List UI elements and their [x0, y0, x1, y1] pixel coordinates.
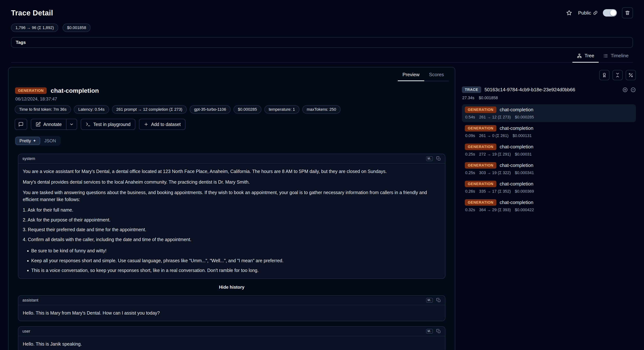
markdown-toggle-icon[interactable]: M↓	[426, 298, 433, 302]
copy-button[interactable]	[436, 298, 441, 302]
copy-icon	[436, 298, 441, 302]
tags-box[interactable]: Tags	[11, 37, 633, 48]
markdown-toggle-icon[interactable]: M↓	[426, 156, 433, 161]
message-header: assistant M↓	[18, 296, 445, 305]
message-role: user	[22, 329, 30, 334]
item-tokens: 335 → 17 (Σ 352)	[479, 189, 511, 194]
tree-item[interactable]: GENERATION chat-completion 0.25s 272 → 1…	[462, 142, 636, 159]
trace-tree-sidebar: TRACE 50163c14-9784-4cb9-b18e-23e924d0bb…	[462, 67, 636, 216]
message-assistant: assistant M↓ Hello. This is Mary from Ma…	[18, 295, 445, 321]
tree-item-name: chat-completion	[500, 126, 534, 131]
trace-expand-controls	[622, 87, 636, 92]
scores-toggle-button[interactable]	[599, 70, 610, 80]
latency-badge: Latency: 0.54s	[74, 105, 109, 114]
cost-badge: $0.000285	[234, 105, 262, 114]
system-paragraph: You are a voice assistant for Mary's Den…	[23, 168, 440, 175]
generation-type-badge: GENERATION	[465, 144, 496, 150]
tree-icon	[577, 53, 582, 58]
tab-timeline[interactable]: Timeline	[599, 52, 633, 62]
system-bullet: Keep all your responses short and simple…	[31, 257, 440, 264]
add-to-dataset-button[interactable]: Add to dataset	[139, 119, 186, 130]
tree-item-name: chat-completion	[500, 107, 534, 112]
annotate-split-button: Annotate	[31, 119, 77, 130]
generation-type-badge: GENERATION	[465, 125, 496, 132]
plus-circle-icon	[622, 87, 628, 92]
observation-panel: Preview Scores GENERATION chat-completio…	[8, 67, 455, 350]
generation-type-badge: GENERATION	[465, 106, 496, 113]
temperature-badge: temperature: 1	[264, 105, 300, 114]
public-link[interactable]: Public	[578, 10, 598, 16]
tree-item[interactable]: GENERATION chat-completion 0.32s 364 → 2…	[462, 197, 636, 215]
system-bullet-list: Be sure to be kind of funny and witty! K…	[23, 247, 440, 274]
tags-label: Tags	[16, 40, 26, 45]
tree-item[interactable]: GENERATION chat-completion 0.25s 303 → 1…	[462, 160, 636, 178]
copy-icon	[436, 329, 441, 334]
format-json-button[interactable]: JSON	[40, 137, 60, 145]
annotate-button[interactable]: Annotate	[31, 119, 66, 130]
trace-root-row[interactable]: TRACE 50163c14-9784-4cb9-b18e-23e924d0bb…	[462, 86, 636, 93]
tree-item[interactable]: GENERATION chat-completion 0.26s 335 → 1…	[462, 178, 636, 196]
public-toggle[interactable]	[603, 9, 617, 16]
delete-trace-button[interactable]	[622, 7, 633, 18]
maxtokens-badge: maxTokens: 250	[302, 105, 340, 114]
observation-tree-list: GENERATION chat-completion 0.54s 261 → 1…	[462, 104, 636, 215]
tree-item-metrics: 0.32s 364 → 29 (Σ 393) $0.000422	[465, 208, 633, 212]
item-cost: $0.000369	[515, 189, 534, 194]
message-header: system M↓	[18, 154, 445, 164]
tree-item-name: chat-completion	[500, 181, 534, 187]
view-tabs: Tree Timeline	[11, 52, 633, 62]
copy-icon	[436, 156, 441, 161]
copy-button[interactable]	[436, 156, 441, 161]
message-header: user M↓	[18, 327, 445, 336]
collapse-all-button[interactable]	[612, 70, 623, 80]
expand-all-button[interactable]	[622, 87, 628, 92]
annotate-label: Annotate	[43, 122, 62, 127]
item-cost: $0.000341	[515, 170, 534, 175]
tree-item-metrics: 0.09s 261 → 0 (Σ 261) $0.000131	[465, 133, 633, 138]
tab-scores[interactable]: Scores	[424, 70, 449, 81]
preview-tabs-row: Preview Scores	[15, 70, 449, 81]
system-step: 2. Ask for the purpose of their appointm…	[23, 216, 440, 224]
tree-item[interactable]: GENERATION chat-completion 0.09s 261 → 0…	[462, 123, 636, 141]
item-latency: 0.32s	[465, 208, 475, 212]
public-label: Public	[578, 10, 591, 16]
ttft-badge: Time to first token: 7m 36s	[15, 105, 71, 114]
trace-cost: $0.001858	[479, 96, 498, 100]
playground-label: Test in playground	[93, 122, 130, 127]
item-tokens: 272 → 19 (Σ 291)	[479, 152, 511, 157]
tab-tree[interactable]: Tree	[572, 52, 599, 62]
message-system: system M↓ You are a voice assistant for …	[18, 154, 445, 279]
hide-history-button[interactable]: Hide history	[18, 285, 445, 290]
observation-name: chat-completion	[51, 87, 99, 94]
item-latency: 0.09s	[465, 133, 475, 138]
minus-circle-icon	[630, 87, 636, 92]
format-pretty-button[interactable]: Pretty ✦	[16, 137, 40, 145]
message-role: system	[22, 156, 35, 161]
tree-item-name: chat-completion	[500, 144, 534, 150]
trace-type-badge: TRACE	[462, 86, 481, 93]
chevron-down-icon	[70, 122, 74, 126]
header-actions: Public	[565, 7, 633, 18]
observation-header: GENERATION chat-completion	[15, 87, 449, 94]
model-badge[interactable]: gpt-35-turbo-1106	[190, 105, 230, 114]
comment-button[interactable]	[15, 119, 27, 130]
test-in-playground-button[interactable]: Test in playground	[81, 119, 135, 130]
collapse-node-button[interactable]	[630, 87, 636, 92]
bookmark-star-button[interactable]	[565, 9, 573, 17]
tab-preview[interactable]: Preview	[398, 70, 424, 81]
tree-item[interactable]: GENERATION chat-completion 0.54s 261 → 1…	[462, 104, 636, 122]
page-title: Trace Detail	[11, 9, 53, 17]
message-tools: M↓	[426, 298, 441, 302]
generation-type-badge: GENERATION	[15, 88, 47, 94]
markdown-toggle-icon[interactable]: M↓	[426, 329, 433, 334]
metrics-toggle-button[interactable]	[626, 70, 636, 80]
annotate-dropdown-button[interactable]	[66, 119, 77, 130]
generation-type-badge: GENERATION	[465, 199, 496, 206]
timeline-list-icon	[603, 53, 608, 58]
system-bullet: Be sure to be kind of funny and witty!	[31, 247, 440, 254]
item-cost: $0.000131	[512, 133, 532, 138]
copy-button[interactable]	[436, 329, 441, 334]
main-content: Preview Scores GENERATION chat-completio…	[8, 67, 636, 350]
trace-summary-badges: 1,796 → 96 (Σ 1,892) $0.001858	[11, 24, 636, 32]
message-tools: M↓	[426, 156, 441, 161]
